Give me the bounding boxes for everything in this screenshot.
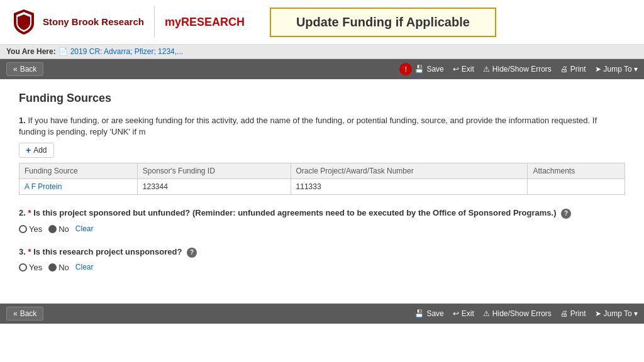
question-1-number: 1. xyxy=(19,116,26,125)
question-2-yes-option[interactable]: Yes xyxy=(19,224,42,234)
help-icon-q2[interactable]: ? xyxy=(561,209,571,219)
save-icon: 💾 xyxy=(414,65,424,74)
my-research-logo: myRESEARCH xyxy=(165,16,245,29)
add-label: Add xyxy=(33,146,47,155)
bottom-jump-to-button[interactable]: ➤ Jump To ▾ xyxy=(595,309,638,318)
save-button[interactable]: ! 💾 Save xyxy=(399,63,443,75)
shield-logo xyxy=(13,8,35,36)
col-funding-source: Funding Source xyxy=(19,163,138,179)
question-3-no-option[interactable]: No xyxy=(48,263,69,272)
save-circle-icon: ! xyxy=(399,63,412,75)
print-icon: 🖨 xyxy=(560,65,568,74)
bottom-print-label: Print xyxy=(570,309,586,318)
question-1-label: 1. If you have funding, or are seeking f… xyxy=(19,115,625,138)
cell-attachments xyxy=(528,179,625,195)
cell-funding-source: A F Protein xyxy=(19,179,138,195)
question-3-text: Is this research project unsponsored? xyxy=(33,247,182,256)
radio-no-q3[interactable] xyxy=(48,263,57,272)
research-suffix: RESEARCH xyxy=(181,16,245,28)
breadcrumb-link[interactable]: 2019 CR: Advarra; Pfizer; 1234,... xyxy=(70,47,183,56)
table-header-row: Funding Source Sponsor's Funding ID Orac… xyxy=(19,163,625,179)
back-label: Back xyxy=(20,65,37,74)
exit-button[interactable]: ↩ Exit xyxy=(453,65,474,74)
print-button[interactable]: 🖨 Print xyxy=(560,65,586,74)
warning-icon: ⚠ xyxy=(483,65,490,74)
add-funding-button[interactable]: + Add xyxy=(19,143,54,158)
col-sponsor-funding-id: Sponsor's Funding ID xyxy=(137,163,291,179)
header-divider xyxy=(154,6,155,38)
funding-table: Funding Source Sponsor's Funding ID Orac… xyxy=(19,163,625,195)
label-no-q2: No xyxy=(58,224,69,234)
bottom-hide-show-errors-button[interactable]: ⚠ Hide/Show Errors xyxy=(483,309,552,318)
exit-label: Exit xyxy=(462,65,474,74)
bottom-save-button[interactable]: 💾 Save xyxy=(414,309,443,318)
breadcrumb-label: You Are Here: xyxy=(6,47,56,56)
table-row: A F Protein 123344 111333 xyxy=(19,179,625,195)
bottom-exit-icon: ↩ xyxy=(453,309,459,318)
bottom-print-button[interactable]: 🖨 Print xyxy=(560,309,586,318)
brand-name: Stony Brook Research xyxy=(43,16,144,28)
section-title: Funding Sources xyxy=(19,92,625,105)
question-3-label: 3. * Is this research project unsponsore… xyxy=(19,246,625,258)
bottom-toolbar: « Back 💾 Save ↩ Exit ⚠ Hide/Show Errors … xyxy=(0,304,644,324)
label-no-q3: No xyxy=(58,263,69,272)
question-2-radio-group: Yes No Clear xyxy=(19,224,625,234)
help-icon-q3[interactable]: ? xyxy=(187,248,197,258)
radio-yes-q3[interactable] xyxy=(19,263,27,272)
hide-show-errors-label: Hide/Show Errors xyxy=(492,65,552,74)
bottom-print-icon: 🖨 xyxy=(560,309,568,318)
bottom-jump-to-label: Jump To ▾ xyxy=(604,309,638,318)
question-1-text: If you have funding, or are seeking fund… xyxy=(19,116,597,136)
breadcrumb-doc-icon: 📄 xyxy=(58,47,68,56)
question-3: 3. * Is this research project unsponsore… xyxy=(19,246,625,272)
clear-q3-button[interactable]: Clear xyxy=(75,263,94,272)
question-3-yes-option[interactable]: Yes xyxy=(19,263,42,272)
main-content: Funding Sources 1. If you have funding, … xyxy=(0,79,644,297)
col-attachments: Attachments xyxy=(528,163,625,179)
toolbar-actions: ! 💾 Save ↩ Exit ⚠ Hide/Show Errors 🖨 Pri… xyxy=(399,63,638,75)
logo-area: Stony Brook Research xyxy=(13,8,144,36)
bottom-toolbar-actions: 💾 Save ↩ Exit ⚠ Hide/Show Errors 🖨 Print… xyxy=(414,309,638,318)
top-toolbar: « Back ! 💾 Save ↩ Exit ⚠ Hide/Show Error… xyxy=(0,59,644,79)
page-title: Update Funding if Applicable xyxy=(270,8,496,37)
bottom-hide-show-errors-label: Hide/Show Errors xyxy=(492,309,552,318)
bottom-jump-to-arrow-icon: ➤ xyxy=(595,309,601,318)
bottom-back-label: Back xyxy=(20,309,37,318)
question-2-no-option[interactable]: No xyxy=(48,224,69,234)
back-arrow-icon: « xyxy=(13,65,18,74)
question-2-label: 2. * Is this project sponsored but unfun… xyxy=(19,207,625,219)
question-2-required: * xyxy=(28,208,33,217)
question-3-radio-group: Yes No Clear xyxy=(19,263,625,272)
bottom-warning-icon: ⚠ xyxy=(483,309,490,318)
bottom-exit-label: Exit xyxy=(462,309,474,318)
jump-to-button[interactable]: ➤ Jump To ▾ xyxy=(595,65,638,74)
label-yes-q3: Yes xyxy=(29,263,42,272)
question-3-number: 3. xyxy=(19,247,26,256)
jump-to-arrow-icon: ➤ xyxy=(595,65,601,74)
my-prefix: my xyxy=(165,16,181,28)
bottom-save-icon: 💾 xyxy=(414,309,424,318)
radio-no-q2[interactable] xyxy=(48,225,57,233)
cell-oracle-number: 111333 xyxy=(291,179,528,195)
question-2-text: Is this project sponsored but unfunded? … xyxy=(33,208,556,217)
bottom-back-arrow-icon: « xyxy=(13,309,18,318)
funding-source-link[interactable]: A F Protein xyxy=(25,182,62,191)
hide-show-errors-button[interactable]: ⚠ Hide/Show Errors xyxy=(483,65,552,74)
bottom-back-button[interactable]: « Back xyxy=(6,307,43,321)
save-label: Save xyxy=(426,65,443,74)
back-button[interactable]: « Back xyxy=(6,62,43,76)
header: Stony Brook Research myRESEARCH Update F… xyxy=(0,0,644,45)
cell-sponsor-funding-id: 123344 xyxy=(137,179,291,195)
print-label: Print xyxy=(570,65,586,74)
col-oracle-number: Oracle Project/Award/Task Number xyxy=(291,163,528,179)
label-yes-q2: Yes xyxy=(29,224,42,234)
radio-yes-q2[interactable] xyxy=(19,225,27,233)
question-1: 1. If you have funding, or are seeking f… xyxy=(19,115,625,195)
bottom-save-label: Save xyxy=(426,309,443,318)
breadcrumb: You Are Here: 📄 2019 CR: Advarra; Pfizer… xyxy=(0,45,644,59)
jump-to-label: Jump To ▾ xyxy=(604,65,638,74)
clear-q2-button[interactable]: Clear xyxy=(75,224,94,233)
question-2-number: 2. xyxy=(19,208,26,217)
bottom-exit-button[interactable]: ↩ Exit xyxy=(453,309,474,318)
question-3-required: * xyxy=(28,247,33,256)
